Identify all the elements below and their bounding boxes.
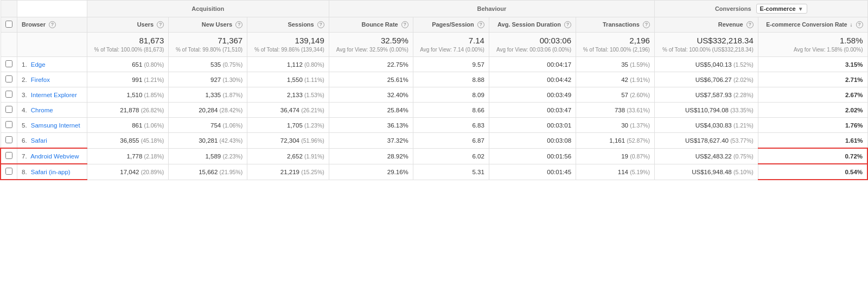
- totals-revenue-cell: US$332,218.34 % of Total: 100.00% (US$33…: [654, 33, 758, 57]
- row-checkbox-cell[interactable]: [1, 57, 17, 72]
- users-help-icon[interactable]: ?: [157, 21, 164, 28]
- new-users-help-icon[interactable]: ?: [235, 21, 242, 28]
- users-col-header: Users ?: [87, 17, 169, 33]
- sessions-cell: 36,474 (26.21%): [247, 103, 329, 118]
- browser-cell: 5. Samsung Internet: [17, 118, 87, 133]
- avg-session-cell: 00:03:47: [489, 103, 576, 118]
- new-users-cell: 535 (0.75%): [169, 57, 247, 72]
- totals-bounce-rate-cell: 32.59% Avg for View: 32.59% (0.00%): [329, 33, 413, 57]
- row-number: 6.: [22, 137, 27, 144]
- sessions-cell: 1,705 (1.23%): [247, 118, 329, 133]
- revenue-cell: US$178,627.40 (53.77%): [654, 133, 758, 149]
- ecommerce-cell: 3.15%: [758, 57, 867, 72]
- browser-link[interactable]: Edge: [31, 61, 46, 68]
- bounce-rate-cell: 25.61%: [329, 72, 413, 87]
- ecommerce-col-header: E-commerce Conversion Rate ↓ ?: [758, 17, 867, 33]
- column-header-row: Browser ? Users ? New Users ? Sessions ?…: [1, 17, 867, 33]
- revenue-cell: US$6,706.27 (2.02%): [654, 72, 758, 87]
- transactions-cell: 19 (0.87%): [576, 148, 655, 164]
- bounce-rate-help-icon[interactable]: ?: [401, 21, 409, 28]
- pages-session-cell: 8.88: [413, 72, 489, 87]
- browser-link[interactable]: Internet Explorer: [31, 92, 77, 98]
- browser-link[interactable]: Firefox: [31, 77, 50, 83]
- browser-cell: 6. Safari: [17, 133, 87, 149]
- totals-checkbox-cell: [1, 33, 17, 57]
- browser-link[interactable]: Android Webview: [30, 153, 79, 160]
- avg-session-help-icon[interactable]: ?: [564, 21, 571, 28]
- ecommerce-value: 2.67%: [845, 92, 863, 98]
- bounce-rate-cell: 32.40%: [329, 87, 413, 103]
- transactions-cell: 1,161 (52.87%): [576, 133, 655, 149]
- row-number: 5.: [22, 122, 27, 129]
- ecommerce-dropdown[interactable]: E-commerce ▼: [756, 4, 807, 14]
- ecommerce-cell: 0.54%: [758, 164, 867, 180]
- totals-sessions-cell: 139,149 % of Total: 99.86% (139,344): [247, 33, 329, 57]
- users-cell: 861 (1.06%): [87, 118, 169, 133]
- avg-session-cell: 00:01:56: [489, 148, 576, 164]
- sessions-cell: 21,219 (15.25%): [247, 164, 329, 180]
- bounce-rate-cell: 22.75%: [329, 57, 413, 72]
- users-cell: 36,855 (45.18%): [87, 133, 169, 149]
- totals-transactions-cell: 2,196 % of Total: 100.00% (2,196): [576, 33, 655, 57]
- users-cell: 1,510 (1.85%): [87, 87, 169, 103]
- transactions-col-header: Transactions ?: [576, 17, 655, 33]
- revenue-help-icon[interactable]: ?: [746, 21, 754, 28]
- bounce-rate-cell: 29.16%: [329, 164, 413, 180]
- pages-session-cell: 6.02: [413, 148, 489, 164]
- browser-col-header: Browser ?: [17, 17, 87, 33]
- browser-cell: 3. Internet Explorer: [17, 87, 87, 103]
- ecommerce-cell: 2.71%: [758, 72, 867, 87]
- sessions-cell: 2,652 (1.91%): [247, 148, 329, 164]
- row-checkbox-cell[interactable]: [1, 133, 17, 149]
- users-cell: 991 (1.21%): [87, 72, 169, 87]
- row-checkbox-cell[interactable]: [1, 118, 17, 133]
- totals-row: 81,673 % of Total: 100.00% (81,673) 71,3…: [1, 33, 867, 57]
- transactions-cell: 114 (5.19%): [576, 164, 655, 180]
- users-cell: 21,878 (26.82%): [87, 103, 169, 118]
- transactions-cell: 35 (1.59%): [576, 57, 655, 72]
- ecommerce-value: 1.61%: [845, 137, 863, 144]
- revenue-cell: US$4,030.83 (1.21%): [654, 118, 758, 133]
- row-checkbox-cell[interactable]: [1, 164, 17, 180]
- pages-session-cell: 8.66: [413, 103, 489, 118]
- browser-help-icon[interactable]: ?: [49, 21, 56, 28]
- totals-users-cell: 81,673 % of Total: 100.00% (81,673): [87, 33, 169, 57]
- transactions-help-icon[interactable]: ?: [643, 21, 650, 28]
- new-users-cell: 927 (1.30%): [169, 72, 247, 87]
- new-users-cell: 20,284 (28.42%): [169, 103, 247, 118]
- ecommerce-help-icon[interactable]: ?: [856, 21, 863, 28]
- revenue-col-header: Revenue ?: [654, 17, 758, 33]
- avg-session-cell: 00:04:42: [489, 72, 576, 87]
- row-number: 2.: [22, 77, 27, 83]
- browser-link[interactable]: Samsung Internet: [31, 122, 80, 129]
- sessions-cell: 72,304 (51.96%): [247, 133, 329, 149]
- pages-session-help-icon[interactable]: ?: [477, 21, 484, 28]
- browser-cell: 1. Edge: [17, 57, 87, 72]
- row-checkbox-cell[interactable]: [1, 87, 17, 103]
- analytics-table-wrapper: Acquisition Behaviour Conversions E-comm…: [0, 0, 868, 180]
- bounce-rate-col-header: Bounce Rate ?: [329, 17, 413, 33]
- select-all-checkbox[interactable]: [1, 17, 17, 33]
- row-checkbox-cell[interactable]: [1, 148, 17, 164]
- conversions-section-header: Conversions E-commerce ▼: [654, 1, 867, 17]
- table-row: 2. Firefox 991 (1.21%) 927 (1.30%) 1,550…: [1, 72, 867, 87]
- revenue-cell: US$110,794.08 (33.35%): [654, 103, 758, 118]
- browser-cell: 4. Chrome: [17, 103, 87, 118]
- users-cell: 651 (0.80%): [87, 57, 169, 72]
- pages-session-cell: 5.31: [413, 164, 489, 180]
- browser-link[interactable]: Safari (in-app): [31, 169, 71, 175]
- ecommerce-cell: 2.67%: [758, 87, 867, 103]
- ecommerce-cell: 0.72%: [758, 148, 867, 164]
- sessions-help-icon[interactable]: ?: [317, 21, 324, 28]
- sessions-cell: 1,112 (0.80%): [247, 57, 329, 72]
- avg-session-cell: 00:03:08: [489, 133, 576, 149]
- transactions-cell: 30 (1.37%): [576, 118, 655, 133]
- ecommerce-cell: 1.61%: [758, 133, 867, 149]
- section-header-row: Acquisition Behaviour Conversions E-comm…: [1, 1, 867, 17]
- totals-pages-session-cell: 7.14 Avg for View: 7.14 (0.00%): [413, 33, 489, 57]
- row-checkbox-cell[interactable]: [1, 72, 17, 87]
- row-checkbox-cell[interactable]: [1, 103, 17, 118]
- totals-browser-cell: [17, 33, 87, 57]
- browser-link[interactable]: Chrome: [31, 107, 53, 113]
- browser-link[interactable]: Safari: [31, 137, 47, 144]
